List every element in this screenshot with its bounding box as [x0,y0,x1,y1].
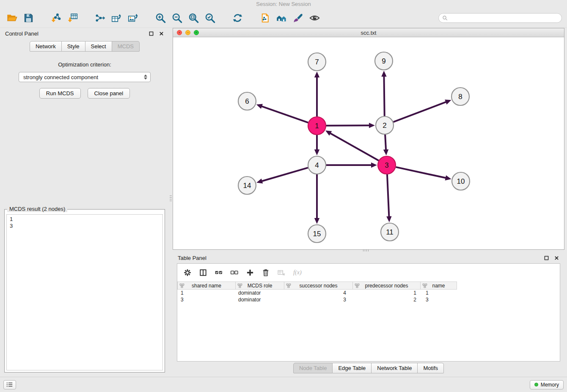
close-button[interactable]: × [177,30,182,35]
network-graph[interactable]: 7968124314101511 [173,37,564,249]
table-cell: dominator [236,290,284,296]
column-header-successor-nodes[interactable]: successor nodes [284,282,353,290]
apply-style-button[interactable] [291,11,305,25]
edge-4-15[interactable] [314,174,319,224]
tab-motifs[interactable]: Motifs [418,363,444,373]
node-1[interactable]: 1 [308,117,326,135]
edge-1-7[interactable] [314,72,319,116]
edge-3-1[interactable] [325,130,379,160]
fx-button[interactable]: f(x) [293,268,304,277]
edge-4-3[interactable] [326,163,377,168]
memory-button[interactable]: Memory [530,380,564,389]
open-button[interactable] [5,11,19,25]
control-panel-header: Control Panel [0,28,169,39]
svg-text:2: 2 [383,121,386,130]
gear-button[interactable] [183,268,192,277]
edge-1-4[interactable] [314,135,319,155]
export-table-icon [111,12,122,24]
edge-3-11[interactable] [386,174,391,222]
table-row[interactable]: 1dominator411 [177,290,560,296]
criterion-select[interactable]: strongly connected component [19,72,151,82]
export-image-button[interactable] [126,11,140,25]
network-window: ×−+ scc.txt 7968124314101511 [173,28,564,250]
zoom-out-button[interactable] [170,11,184,25]
tab-network-table[interactable]: Network Table [372,363,418,373]
tab-edge-table[interactable]: Edge Table [333,363,372,373]
zoom-out-icon [171,12,183,24]
panel-menu-button[interactable] [3,380,16,389]
deselect-all-button[interactable] [230,268,239,277]
node-9[interactable]: 9 [375,52,393,70]
export-table-button[interactable] [110,11,123,25]
network-canvas[interactable]: 7968124314101511 [173,37,564,249]
svg-text:3: 3 [385,161,388,169]
search-input[interactable] [450,15,558,21]
edge-1-2[interactable] [326,123,375,128]
import-table-button[interactable] [66,11,79,25]
trash-button[interactable] [261,268,270,277]
edge-2-9[interactable] [381,71,386,116]
zoom-button[interactable]: + [194,30,199,35]
table-row[interactable]: 3dominator323 [177,296,560,303]
tab-node-table[interactable]: Node Table [293,363,333,373]
close-button[interactable] [554,255,559,261]
save-button[interactable] [22,11,35,25]
horizontal-splitter-grip[interactable] [363,249,370,251]
float-button[interactable] [544,255,549,261]
run-mcds-button[interactable]: Run MCDS [39,88,81,99]
close-icon [554,256,559,260]
refresh-button[interactable] [231,11,244,25]
node-6[interactable]: 6 [238,92,256,110]
search-box[interactable] [438,13,562,23]
edge-3-10[interactable] [396,167,451,181]
zoom-in-button[interactable] [154,11,167,25]
float-button[interactable] [149,31,154,36]
first-neighbors-button[interactable] [275,11,288,25]
tab-mcds[interactable]: MCDS [112,41,140,52]
col-edit-icon [179,283,184,288]
apply-style-icon [292,12,304,24]
node-11[interactable]: 11 [381,223,399,241]
vertical-splitter-grip[interactable] [170,196,172,202]
column-header-name[interactable]: name [421,282,457,290]
show-graphics-button[interactable] [308,11,321,25]
node-2[interactable]: 2 [376,116,394,134]
tab-network[interactable]: Network [30,41,62,52]
deselect-all-icon [230,268,239,277]
node-10[interactable]: 10 [452,172,470,190]
close-panel-button[interactable]: Close panel [88,88,130,99]
import-network-button[interactable] [49,11,63,25]
select-all-button[interactable] [215,268,223,277]
edge-2-3[interactable] [383,135,388,155]
node-14[interactable]: 14 [238,177,256,194]
delete-table-icon [277,268,286,277]
column-header-shared-name[interactable]: shared name [177,282,236,290]
control-panel-tabs: NetworkStyleSelectMCDS [0,41,169,52]
add-button[interactable] [246,268,254,277]
import-network-icon [50,12,62,24]
minimize-button[interactable]: − [185,30,190,35]
edge-4-14[interactable] [256,168,308,183]
toolbar-group [231,11,247,25]
tab-style[interactable]: Style [62,41,85,52]
node-15[interactable]: 15 [308,225,326,243]
zoom-fit-button[interactable] [187,11,200,25]
node-7[interactable]: 7 [308,53,326,71]
mcds-result-title: MCDS result (2 nodes) [7,206,67,212]
node-3[interactable]: 3 [378,156,396,174]
criterion-select-value: strongly connected component [23,74,98,80]
columns-button[interactable] [199,268,207,277]
column-header-MCDS-role[interactable]: MCDS role [236,282,284,290]
column-header-predecessor-nodes[interactable]: predecessor nodes [353,282,421,290]
edge-2-8[interactable] [394,99,451,122]
edge-1-6[interactable] [256,104,308,122]
zoom-in-icon [155,12,166,24]
node-8[interactable]: 8 [451,88,469,105]
delete-table-button[interactable] [277,268,286,277]
copy-network-button[interactable] [258,11,272,25]
zoom-selected-button[interactable] [203,11,217,25]
tab-select[interactable]: Select [85,41,112,52]
export-network-button[interactable] [93,11,107,25]
node-4[interactable]: 4 [308,156,326,174]
close-button[interactable] [159,31,164,36]
